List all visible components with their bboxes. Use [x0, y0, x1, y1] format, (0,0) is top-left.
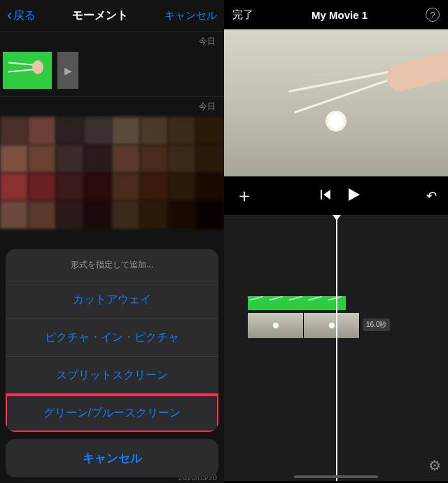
sheet-item-greenscreen[interactable]: グリーン/ブルースクリーン	[6, 395, 218, 432]
help-button[interactable]: ?	[426, 8, 440, 22]
action-sheet: 形式を指定して追加... カットアウェイ ピクチャ・イン・ピクチャ スプリットス…	[0, 244, 224, 483]
overlay-clip[interactable]	[248, 296, 346, 310]
svg-marker-5	[349, 188, 360, 201]
sheet-heading: 形式を指定して追加...	[6, 249, 218, 281]
action-sheet-group: 形式を指定して追加... カットアウェイ ピクチャ・イン・ピクチャ スプリットス…	[6, 249, 218, 432]
settings-button[interactable]: ⚙	[428, 457, 441, 474]
sheet-item-splitscreen[interactable]: スプリットスクリーン	[6, 357, 218, 395]
playback-bar: ＋ ↶	[224, 176, 448, 215]
media-picker-panel: ‹ 戻る モーメント キャンセル 今日 ▶ 今日	[0, 0, 224, 483]
svg-rect-0	[8, 62, 36, 66]
chevron-left-icon: ‹	[7, 6, 12, 24]
clip-duration-label: 16.0秒	[363, 318, 390, 331]
media-thumbnail-selected[interactable]	[3, 52, 52, 89]
section-today-2: 今日	[0, 96, 224, 117]
sheet-item-pip[interactable]: ピクチャ・イン・ピクチャ	[6, 319, 218, 357]
media-thumbnail[interactable]: ▶	[57, 52, 78, 89]
main-clip[interactable]	[248, 313, 360, 338]
chopsticks-icon	[8, 57, 43, 78]
done-button[interactable]: 完了	[232, 8, 253, 22]
back-label: 戻る	[13, 8, 36, 23]
svg-rect-3	[321, 190, 322, 200]
svg-marker-4	[323, 190, 330, 200]
ceiling-light-icon	[326, 111, 346, 132]
svg-point-2	[32, 60, 43, 74]
sheet-item-cutaway[interactable]: カットアウェイ	[6, 281, 218, 319]
play-button[interactable]	[349, 187, 360, 205]
undo-button[interactable]: ↶	[426, 188, 437, 204]
blurred-media-grid	[0, 117, 224, 229]
video-preview[interactable]	[224, 29, 448, 176]
sheet-cancel-button[interactable]: キャンセル	[6, 439, 218, 477]
right-header: 完了 My Movie 1 ?	[224, 0, 448, 29]
editor-panel: 完了 My Movie 1 ? ＋ ↶ 16.0秒	[224, 0, 448, 483]
skip-start-button[interactable]	[321, 190, 332, 202]
section-today-1: 今日	[0, 31, 224, 52]
thumbnail-row: ▶	[0, 52, 224, 96]
home-indicator	[294, 475, 378, 478]
project-title: My Movie 1	[312, 9, 368, 21]
left-header: ‹ 戻る モーメント キャンセル	[0, 0, 224, 31]
timeline[interactable]: 16.0秒 ⚙	[224, 215, 448, 481]
play-icon: ▶	[64, 65, 72, 76]
svg-rect-1	[8, 69, 36, 72]
left-cancel-button[interactable]: キャンセル	[164, 9, 217, 22]
left-title: モーメント	[72, 8, 128, 23]
arm-overlay	[340, 36, 448, 106]
add-media-button[interactable]: ＋	[235, 183, 253, 208]
playhead[interactable]	[336, 215, 337, 481]
back-button[interactable]: ‹ 戻る	[7, 6, 36, 24]
